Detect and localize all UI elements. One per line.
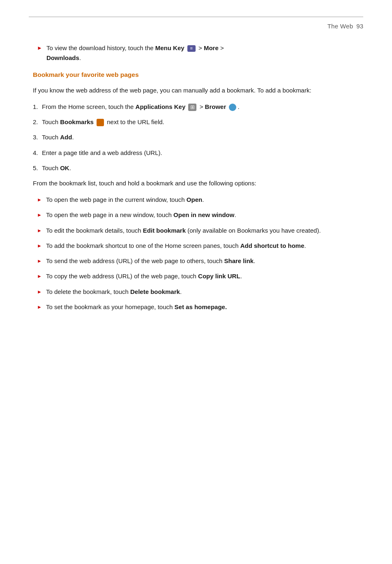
section-intro: If you know the web address of the web p… [33, 86, 363, 95]
option-add-shortcut-text: To add the bookmark shortcut to one of t… [46, 241, 363, 250]
option-open-new-window: ► To open the web page in a new window, … [37, 210, 363, 220]
apps-key-label: Applications Key [136, 103, 186, 110]
option-delete-bookmark-text: To delete the bookmark, touch Delete boo… [46, 287, 363, 296]
separator1: > [198, 44, 204, 51]
bullet-arrow-icon: ► [37, 44, 42, 52]
open-label: Open [187, 196, 202, 203]
option-open-new-window-text: To open the web page in a new window, to… [46, 210, 363, 220]
sub-bullet-arrow-5: ► [37, 257, 42, 265]
option-copy-link-text: To copy the web address (URL) of the web… [46, 271, 363, 281]
step-4-text: Enter a page title and a web address (UR… [42, 148, 363, 157]
separator2: > [219, 44, 224, 51]
options-list: ► To open the web page in the current wi… [33, 195, 363, 312]
bookmarks-icon [97, 119, 104, 126]
intro-text-before: To view the download history, touch the [46, 44, 155, 51]
header-title: The Web [327, 21, 353, 31]
option-share-link: ► To send the web address (URL) of the w… [37, 256, 363, 266]
header-line [29, 16, 363, 17]
apps-key-icon [188, 104, 196, 111]
option-edit-bookmark-text: To edit the bookmark details, touch Edit… [46, 226, 363, 235]
option-share-link-text: To send the web address (URL) of the web… [46, 256, 363, 266]
ok-label: OK [60, 164, 69, 171]
bookmarks-label: Bookmarks [60, 118, 94, 125]
intro-period: . [79, 54, 81, 61]
step-3-text: Touch Add. [42, 132, 363, 142]
page-container: The Web 93 ► To view the download histor… [0, 0, 392, 564]
options-intro: From the bookmark list, touch and hold a… [33, 178, 363, 188]
more-label: More [204, 44, 219, 51]
header-row: The Web 93 [29, 21, 363, 31]
intro-bullet-item: ► To view the download history, touch th… [33, 43, 363, 62]
section-heading: Bookmark your favorite web pages [33, 70, 363, 80]
step-1: 1. From the Home screen, touch the Appli… [33, 102, 363, 111]
page-number: 93 [356, 21, 363, 31]
downloads-label: Downloads [46, 54, 79, 61]
option-delete-bookmark: ► To delete the bookmark, touch Delete b… [37, 287, 363, 296]
step-2-number: 2. [33, 117, 42, 127]
step-5: 5. Touch OK. [33, 163, 363, 173]
option-edit-bookmark: ► To edit the bookmark details, touch Ed… [37, 226, 363, 235]
sub-bullet-arrow-7: ► [37, 288, 42, 296]
step-3: 3. Touch Add. [33, 132, 363, 142]
sub-bullet-arrow-2: ► [37, 211, 42, 219]
step-2-text: Touch Bookmarks next to the URL field. [42, 117, 363, 127]
browser-label: Brower [205, 103, 226, 110]
option-open-text: To open the web page in the current wind… [46, 195, 363, 204]
browser-icon [229, 104, 236, 111]
option-set-homepage-text: To set the bookmark as your homepage, to… [46, 302, 363, 312]
sub-bullet-arrow-3: ► [37, 227, 42, 235]
copy-link-label: Copy link URL [198, 273, 240, 280]
open-new-window-label: Open in new window [173, 211, 234, 218]
step-4: 4. Enter a page title and a web address … [33, 148, 363, 157]
step-5-number: 5. [33, 163, 42, 173]
step-3-number: 3. [33, 132, 42, 142]
option-copy-link: ► To copy the web address (URL) of the w… [37, 271, 363, 281]
content-area: ► To view the download history, touch th… [29, 43, 363, 312]
edit-bookmark-label: Edit bookmark [143, 227, 186, 234]
option-set-homepage: ► To set the bookmark as your homepage, … [37, 302, 363, 312]
sub-bullet-arrow-8: ► [37, 303, 42, 311]
menu-key-label: Menu Key [155, 44, 184, 51]
intro-bullet-text: To view the download history, touch the … [46, 43, 363, 62]
sub-bullet-arrow-1: ► [37, 196, 42, 204]
option-open: ► To open the web page in the current wi… [37, 195, 363, 204]
step-2: 2. Touch Bookmarks next to the URL field… [33, 117, 363, 127]
sub-bullet-arrow-6: ► [37, 273, 42, 280]
add-label: Add [60, 134, 72, 141]
share-link-label: Share link [224, 257, 254, 264]
menu-key-icon [187, 45, 196, 52]
option-add-shortcut: ► To add the bookmark shortcut to one of… [37, 241, 363, 250]
step-4-number: 4. [33, 148, 42, 157]
sub-bullet-arrow-4: ► [37, 242, 42, 250]
step-5-text: Touch OK. [42, 163, 363, 173]
add-shortcut-label: Add shortcut to home [240, 242, 304, 249]
delete-bookmark-label: Delete bookmark [130, 288, 180, 295]
step-1-number: 1. [33, 102, 42, 111]
set-homepage-label: Set as homepage. [175, 303, 227, 310]
step-1-text: From the Home screen, touch the Applicat… [42, 102, 363, 111]
